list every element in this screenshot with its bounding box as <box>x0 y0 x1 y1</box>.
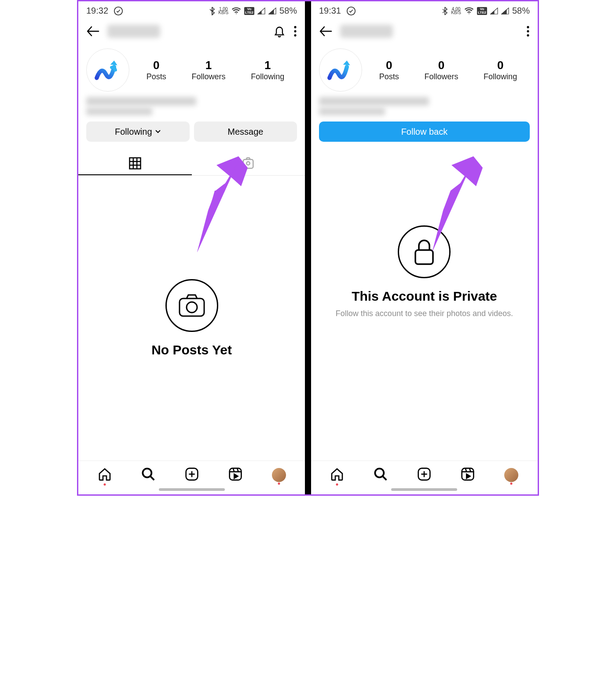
message-button-label: Message <box>227 127 263 137</box>
status-time: 19:32 <box>86 6 108 16</box>
back-arrow-icon[interactable] <box>319 26 332 37</box>
svg-rect-29 <box>415 250 433 264</box>
screenshot-left: 19:32 1.00KB/S VoLTE2 58% <box>78 1 305 494</box>
tab-tagged[interactable] <box>192 152 305 175</box>
tab-grid[interactable] <box>78 152 192 175</box>
notification-dot <box>278 482 280 485</box>
screenshot-divider <box>305 1 311 494</box>
stat-following[interactable]: 0 Following <box>484 59 517 81</box>
android-gesture-bar <box>159 488 225 491</box>
wifi-icon <box>464 7 474 15</box>
bio-blurred <box>86 97 297 115</box>
status-left: 19:31 <box>319 6 356 16</box>
profile-tabs <box>78 152 305 176</box>
network-speed: 4.00KB/S <box>451 7 461 15</box>
create-icon <box>417 467 431 481</box>
nav-reels[interactable] <box>461 467 475 483</box>
following-count: 1 <box>251 59 284 72</box>
camera-circle-icon <box>165 279 218 332</box>
nav-home[interactable] <box>330 467 344 483</box>
nav-search[interactable] <box>374 467 388 483</box>
profile-avatar[interactable] <box>319 48 362 92</box>
tagged-icon <box>242 157 255 170</box>
stat-posts[interactable]: 0 Posts <box>379 59 399 81</box>
profile-avatar-icon <box>272 468 286 482</box>
svg-line-14 <box>150 476 154 480</box>
profile-header <box>78 18 305 44</box>
profile-stats-row: 0 Posts 1 Followers 1 Following <box>78 44 305 93</box>
back-arrow-icon[interactable] <box>86 26 99 37</box>
svg-point-28 <box>527 34 529 37</box>
svg-rect-11 <box>180 298 204 316</box>
notification-dot <box>336 483 338 486</box>
avatar-logo-icon <box>325 54 356 86</box>
following-label: Following <box>251 72 284 81</box>
search-icon <box>141 467 155 481</box>
grid-icon <box>128 157 142 170</box>
reels-icon <box>228 467 242 481</box>
lte-badge: VoLTE2 <box>244 7 254 15</box>
posts-label: Posts <box>379 72 399 81</box>
lte-badge: VoLTE2 <box>477 7 487 15</box>
username-blurred <box>107 25 160 38</box>
stat-following[interactable]: 1 Following <box>251 59 284 81</box>
svg-line-31 <box>383 476 387 480</box>
nav-profile[interactable] <box>504 468 518 482</box>
svg-point-27 <box>527 30 529 32</box>
svg-point-30 <box>375 468 384 477</box>
screenshot-right: 19:31 4.00KB/S VoLTE2 58% <box>311 1 538 494</box>
svg-point-10 <box>247 162 250 165</box>
status-bar: 19:32 1.00KB/S VoLTE2 58% <box>78 1 305 18</box>
nav-create[interactable] <box>185 467 199 483</box>
wifi-icon <box>231 7 241 15</box>
following-button[interactable]: Following <box>86 122 190 142</box>
nav-search[interactable] <box>141 467 155 483</box>
private-state: This Account is Private Follow this acco… <box>311 142 538 460</box>
private-title: This Account is Private <box>352 289 497 304</box>
more-dots-icon[interactable] <box>293 25 297 37</box>
bluetooth-icon <box>442 7 448 15</box>
bluetooth-icon <box>209 7 215 15</box>
svg-point-13 <box>143 468 151 477</box>
notification-dot <box>103 483 106 486</box>
bio-blurred <box>319 97 530 115</box>
status-left: 19:32 <box>86 6 123 16</box>
stat-followers[interactable]: 0 Followers <box>424 59 458 81</box>
android-gesture-bar <box>391 488 457 491</box>
checkmark-circle-icon <box>346 6 356 16</box>
stat-posts[interactable]: 0 Posts <box>147 59 166 81</box>
bell-icon[interactable] <box>273 25 286 38</box>
nav-create[interactable] <box>417 467 431 483</box>
action-buttons-row: Follow back <box>311 116 538 142</box>
more-dots-icon[interactable] <box>526 25 530 37</box>
message-button[interactable]: Message <box>194 122 297 142</box>
lock-circle-icon <box>398 225 451 278</box>
action-buttons-row: Following Message <box>78 116 305 142</box>
stats-container: 0 Posts 0 Followers 0 Following <box>367 59 530 81</box>
signal-icon-1 <box>490 7 498 15</box>
profile-header <box>311 18 538 44</box>
nav-profile[interactable] <box>272 468 286 482</box>
reels-icon <box>461 467 475 481</box>
profile-avatar[interactable] <box>86 48 129 92</box>
signal-icon-2 <box>501 7 509 15</box>
battery-percent: 58% <box>512 6 530 16</box>
nav-home[interactable] <box>98 467 112 483</box>
followers-count: 0 <box>424 59 458 72</box>
nav-reels[interactable] <box>228 467 242 483</box>
create-icon <box>185 467 199 481</box>
followers-label: Followers <box>192 72 226 81</box>
followers-count: 1 <box>192 59 226 72</box>
follow-back-button[interactable]: Follow back <box>319 122 530 142</box>
status-time: 19:31 <box>319 6 341 16</box>
svg-rect-4 <box>129 158 140 169</box>
bottom-navigation <box>78 460 305 486</box>
private-subtitle: Follow this account to see their photos … <box>336 308 513 319</box>
svg-rect-35 <box>462 468 474 480</box>
stat-followers[interactable]: 1 Followers <box>192 59 226 81</box>
follow-back-label: Follow back <box>401 127 448 137</box>
svg-rect-18 <box>229 468 241 480</box>
network-speed: 1.00KB/S <box>218 7 228 15</box>
following-button-label: Following <box>115 127 152 137</box>
status-right: 1.00KB/S VoLTE2 58% <box>209 6 297 16</box>
